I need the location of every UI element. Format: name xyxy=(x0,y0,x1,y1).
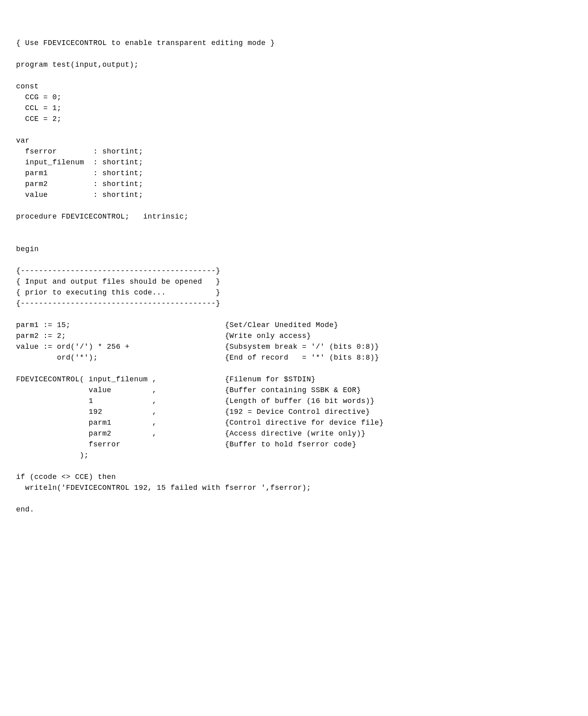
code-listing: { Use FDEVICECONTROL to enable transpare… xyxy=(16,38,572,515)
code-line: parm1 := 15; {Set/Clear Unedited Mode} xyxy=(16,321,338,329)
code-line: if (ccode <> CCE) then xyxy=(16,473,116,481)
code-line: fserror {Buffer to hold fserror code} xyxy=(16,440,357,448)
code-line: {---------------------------------------… xyxy=(16,267,220,275)
code-line: 192 , {192 = Device Control directive} xyxy=(16,408,370,416)
code-line: parm2 := 2; {Write only access} xyxy=(16,332,311,340)
code-line: const xyxy=(16,82,39,90)
code-line: begin xyxy=(16,245,39,253)
code-line: CCG = 0; xyxy=(16,93,61,101)
code-line: input_filenum : shortint; xyxy=(16,158,143,166)
code-line: { prior to executing this code... } xyxy=(16,288,220,297)
code-line: program test(input,output); xyxy=(16,61,139,69)
code-line: { Use FDEVICECONTROL to enable transpare… xyxy=(16,39,275,47)
code-line: 1 , {Length of buffer (16 bit words)} xyxy=(16,397,375,405)
code-line: value , {Buffer containing SSBK & EOR} xyxy=(16,386,361,394)
code-line: CCL = 1; xyxy=(16,104,61,112)
code-line: ); xyxy=(16,451,89,459)
code-line: CCE = 2; xyxy=(16,115,61,123)
code-line: parm1 , {Control directive for device fi… xyxy=(16,419,384,427)
code-line: parm1 : shortint; xyxy=(16,169,143,177)
code-line: { Input and output files should be opene… xyxy=(16,278,220,286)
code-line: writeln('FDEVICECONTROL 192, 15 failed w… xyxy=(16,484,311,492)
code-line: {---------------------------------------… xyxy=(16,299,220,307)
code-line: end. xyxy=(16,505,34,513)
code-line: parm2 : shortint; xyxy=(16,180,143,188)
code-line: value : shortint; xyxy=(16,191,143,199)
code-line: procedure FDEVICECONTROL; intrinsic; xyxy=(16,213,188,221)
code-line: value := ord('/') * 256 + {Subsystem bre… xyxy=(16,343,379,351)
code-line: parm2 , {Access directive (write only)} xyxy=(16,430,365,438)
code-line: ord('*'); {End of record = '*' (bits 8:8… xyxy=(16,354,379,362)
code-line: fserror : shortint; xyxy=(16,147,143,155)
code-line: FDEVICECONTROL( input_filenum , {Filenum… xyxy=(16,375,316,383)
code-line: var xyxy=(16,137,30,145)
